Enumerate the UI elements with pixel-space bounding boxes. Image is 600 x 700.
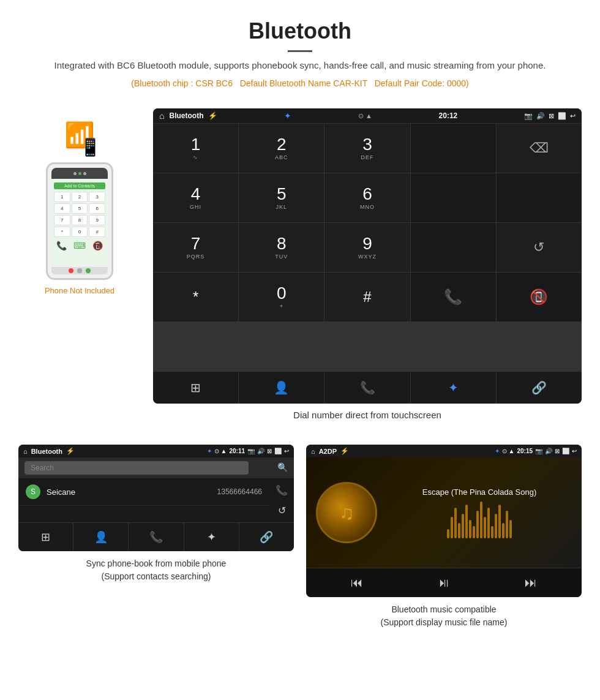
pb-nav-contacts[interactable]: 👤 bbox=[73, 523, 129, 551]
play-pause-button[interactable]: ⏯ bbox=[438, 576, 450, 590]
refresh-button[interactable]: ↺ bbox=[497, 223, 582, 272]
song-title: Escape (The Pina Colada Song) bbox=[387, 487, 572, 497]
key-1[interactable]: 1 ∿ bbox=[153, 124, 238, 173]
pb-search-input[interactable]: Search bbox=[24, 461, 249, 475]
pb-close: ⊠ bbox=[267, 448, 272, 454]
eq-bar-11 bbox=[484, 517, 486, 538]
phone-key-0: 0 bbox=[72, 227, 88, 237]
header-description: Integrated with BC6 Bluetooth module, su… bbox=[12, 58, 588, 73]
key-7[interactable]: 7 PQRS bbox=[153, 223, 238, 272]
phone-key-5: 5 bbox=[72, 203, 88, 214]
music-signal: ⊙ ▲ bbox=[502, 448, 515, 454]
next-button[interactable]: ⏭ bbox=[525, 576, 537, 590]
pb-nav-bluetooth[interactable]: ✦ bbox=[184, 523, 239, 551]
bt-pair: Default Pair Code: 0000) bbox=[375, 78, 469, 88]
phone-bottom-btn-left bbox=[69, 268, 73, 273]
music-caption-line1: Bluetooth music compatible bbox=[391, 604, 496, 614]
music-screen-title: A2DP bbox=[319, 448, 337, 455]
phone-dot-1 bbox=[73, 172, 77, 175]
phone-dial-icon: ⌨ bbox=[73, 241, 86, 250]
dial-bt-icon: ✦ bbox=[284, 111, 291, 121]
nav-link[interactable]: 🔗 bbox=[497, 372, 582, 404]
pb-sidebar-call-icon[interactable]: 📞 bbox=[276, 484, 288, 496]
eq-bar-9 bbox=[476, 511, 479, 538]
key-hash[interactable]: # bbox=[324, 273, 410, 322]
key-9[interactable]: 9 WXYZ bbox=[324, 223, 410, 272]
phone-keypad: 1 2 3 4 5 6 7 8 9 * 0 # bbox=[54, 192, 105, 237]
phone-call-btn: 📞 bbox=[56, 241, 67, 250]
key-2[interactable]: 2 ABC bbox=[239, 124, 324, 173]
music-caption-line2: (Support display music file name) bbox=[381, 617, 508, 627]
phone-illustration: 📶 📱 Add to Contacts 1 2 3 4 5 6 7 bbox=[18, 108, 141, 295]
header-divider bbox=[288, 50, 312, 52]
phone-key-3: 3 bbox=[89, 192, 105, 202]
bt-chip: (Bluetooth chip : CSR BC6 bbox=[131, 78, 233, 88]
key-8[interactable]: 8 TUV bbox=[239, 223, 324, 272]
dial-time: 20:12 bbox=[439, 111, 458, 120]
phone-key-8: 8 bbox=[72, 215, 88, 225]
music-note-icon: ♫ bbox=[339, 502, 354, 524]
prev-button[interactable]: ⏮ bbox=[351, 576, 363, 590]
eq-bar-2 bbox=[451, 517, 453, 538]
phone-key-star: * bbox=[54, 227, 70, 237]
pb-sidebar-refresh-icon[interactable]: ↺ bbox=[278, 505, 286, 516]
phone-body: Add to Contacts 1 2 3 4 5 6 7 8 9 * 0 # … bbox=[46, 162, 113, 280]
music-caption: Bluetooth music compatible (Support disp… bbox=[306, 603, 582, 629]
pb-nav-phone[interactable]: 📞 bbox=[129, 523, 184, 551]
nav-dialpad[interactable]: ⊞ bbox=[153, 372, 239, 404]
page-title: Bluetooth bbox=[12, 18, 588, 44]
pb-screen-title: Bluetooth bbox=[31, 448, 62, 455]
key-6[interactable]: 6 MNO bbox=[324, 173, 410, 222]
call-button[interactable]: 📞 bbox=[411, 273, 496, 322]
dial-status-right: 📷 🔊 ⊠ ⬜ ↩ bbox=[524, 112, 576, 120]
pb-status-right: ✦ ⊙ ▲ 20:11 📷 🔊 ⊠ ⬜ ↩ bbox=[207, 448, 289, 454]
bt-name: Default Bluetooth Name CAR-KIT bbox=[240, 78, 367, 88]
eq-bar-12 bbox=[487, 508, 490, 538]
pb-home-icon: ⌂ bbox=[23, 448, 28, 455]
eq-bar-6 bbox=[465, 505, 468, 538]
nav-contacts[interactable]: 👤 bbox=[239, 372, 324, 404]
pb-usb-icon: ⚡ bbox=[66, 447, 75, 455]
phone-dot-2 bbox=[78, 172, 81, 175]
key-5[interactable]: 5 JKL bbox=[239, 173, 324, 222]
music-status-right: ✦ ⊙ ▲ 20:15 📷 🔊 ⊠ ⬜ ↩ bbox=[495, 448, 577, 454]
pb-search-bar: Search 🔍 bbox=[18, 457, 294, 478]
eq-bar-3 bbox=[454, 508, 457, 538]
pb-search-icon[interactable]: 🔍 bbox=[277, 462, 288, 472]
key-star[interactable]: * bbox=[153, 273, 238, 322]
phonebook-block: ⌂ Bluetooth ⚡ ✦ ⊙ ▲ 20:11 📷 🔊 ⊠ ⬜ ↩ Sear… bbox=[18, 445, 294, 629]
phone-bottom-bar bbox=[51, 267, 108, 274]
hangup-button[interactable]: 📵 bbox=[497, 273, 582, 322]
music-controls: ⏮ ⏯ ⏭ bbox=[306, 568, 582, 597]
pb-win: ⬜ bbox=[274, 448, 282, 454]
pb-signal: ⊙ ▲ bbox=[214, 448, 227, 454]
pb-nav-dialpad[interactable]: ⊞ bbox=[18, 523, 73, 551]
pb-vol: 🔊 bbox=[257, 448, 264, 454]
pb-camera: 📷 bbox=[247, 448, 255, 454]
phone-bottom-btn-right bbox=[86, 268, 91, 273]
phonebook-caption: Sync phone-book from mobile phone (Suppo… bbox=[18, 557, 294, 583]
phone-end-btn: 📵 bbox=[92, 241, 103, 250]
phone-not-included-label: Phone Not Included bbox=[45, 286, 114, 295]
phone-key-1: 1 bbox=[54, 192, 70, 202]
dial-window-icon: ⬜ bbox=[558, 112, 566, 120]
bluetooth-specs: (Bluetooth chip : CSR BC6 Default Blueto… bbox=[12, 77, 588, 90]
music-status-left: ⌂ A2DP ⚡ bbox=[311, 447, 349, 455]
key-3[interactable]: 3 DEF bbox=[324, 124, 410, 173]
equalizer bbox=[387, 502, 572, 538]
backspace-button[interactable]: ⌫ bbox=[497, 124, 582, 173]
pb-contact-row[interactable]: S Seicane 13566664466 bbox=[18, 478, 269, 506]
key-4[interactable]: 4 GHI bbox=[153, 173, 238, 222]
phone-screen-header: Add to Contacts bbox=[54, 183, 105, 189]
dial-caption: Dial number direct from touchscreen bbox=[153, 410, 582, 420]
nav-phone[interactable]: 📞 bbox=[324, 372, 410, 404]
key-0[interactable]: 0 + bbox=[239, 273, 324, 322]
pb-nav-link[interactable]: 🔗 bbox=[239, 523, 294, 551]
phone-key-hash: # bbox=[89, 227, 105, 237]
contact-name: Seicane bbox=[47, 487, 217, 497]
eq-bar-7 bbox=[469, 520, 471, 538]
music-win: ⬜ bbox=[562, 448, 569, 454]
nav-bluetooth[interactable]: ✦ bbox=[411, 372, 497, 404]
pb-status-bar: ⌂ Bluetooth ⚡ ✦ ⊙ ▲ 20:11 📷 🔊 ⊠ ⬜ ↩ bbox=[18, 445, 294, 457]
dial-keypad-grid: 1 ∿ 2 ABC 3 DEF ⌫ 4 GHI bbox=[153, 124, 582, 371]
